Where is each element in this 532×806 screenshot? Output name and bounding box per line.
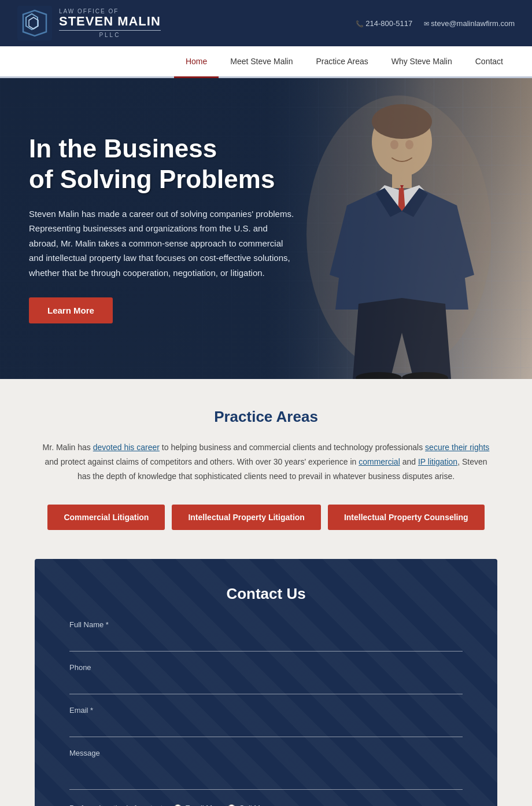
phone-input[interactable] [69,675,463,694]
email-label: Email * [69,706,463,715]
email-group: Email * [69,706,463,737]
header-contact-info: 214-800-5117 steve@malinlawfirm.com [356,19,515,28]
contact-title: Contact Us [69,585,463,603]
nav-contact[interactable]: Contact [464,46,515,76]
message-group: Message [69,749,463,792]
pllc-label: PLLC [59,30,161,38]
logo-text: LAW OFFICE OF STEVEN MALIN PLLC [59,8,161,38]
hero-description: Steven Malin has made a career out of so… [29,207,295,281]
commercial-litigation-button[interactable]: Commercial Litigation [47,505,165,530]
header-phone[interactable]: 214-800-5117 [356,19,412,28]
svg-point-7 [390,140,398,149]
message-textarea[interactable] [69,761,463,790]
header-email[interactable]: steve@malinlawfirm.com [424,19,515,28]
contact-section: Contact Us Full Name * Phone Email * Mes… [35,559,497,806]
contact-method-label: Preferred method of contact [69,804,162,806]
hero-content: In the Business of Solving Problems Stev… [0,134,324,323]
ip-counseling-button[interactable]: Intellectual Property Counseling [328,505,485,530]
call-me-radio[interactable] [228,804,235,806]
learn-more-button[interactable]: Learn More [29,297,113,323]
contact-method-group: Preferred method of contact Email Me Cal… [69,804,463,806]
svg-point-3 [372,104,432,139]
practice-areas-title: Practice Areas [35,408,497,426]
nav-home[interactable]: Home [174,46,219,78]
person-silhouette [301,90,497,379]
secure-rights-link[interactable]: secure their rights [425,443,489,452]
message-label: Message [69,749,463,757]
logo-area: LAW OFFICE OF STEVEN MALIN PLLC [17,6,161,41]
nav-practice-areas[interactable]: Practice Areas [304,46,379,76]
hero-section: In the Business of Solving Problems Stev… [0,78,532,379]
hero-headline: In the Business of Solving Problems [29,134,295,195]
header-top: LAW OFFICE OF STEVEN MALIN PLLC 214-800-… [0,0,532,46]
contact-form: Full Name * Phone Email * Message Prefer… [69,620,463,806]
ip-litigation-link[interactable]: IP litigation [418,457,457,466]
email-input[interactable] [69,718,463,737]
phone-label: Phone [69,663,463,672]
practice-description: Mr. Malin has devoted his career to help… [40,440,492,484]
email-me-option[interactable]: Email Me [174,804,216,806]
devoted-career-link[interactable]: devoted his career [93,443,160,452]
logo-icon [17,6,52,41]
nav-meet-steve[interactable]: Meet Steve Malin [219,46,304,76]
nav-bar: Home Meet Steve Malin Practice Areas Why… [0,46,532,78]
email-me-radio[interactable] [174,804,182,806]
nav-why-steve[interactable]: Why Steve Malin [380,46,464,76]
practice-areas-section: Practice Areas Mr. Malin has devoted his… [0,379,532,559]
full-name-group: Full Name * [69,620,463,652]
commercial-link[interactable]: commercial [359,457,400,466]
ip-litigation-button[interactable]: Intellectual Property Litigation [172,505,320,530]
full-name-input[interactable] [69,632,463,652]
call-me-option[interactable]: Call Me [228,804,264,806]
firm-name-header: STEVEN MALIN [59,14,161,28]
phone-group: Phone [69,663,463,694]
practice-buttons-group: Commercial Litigation Intellectual Prope… [35,505,497,530]
full-name-label: Full Name * [69,620,463,629]
svg-point-8 [405,140,413,149]
